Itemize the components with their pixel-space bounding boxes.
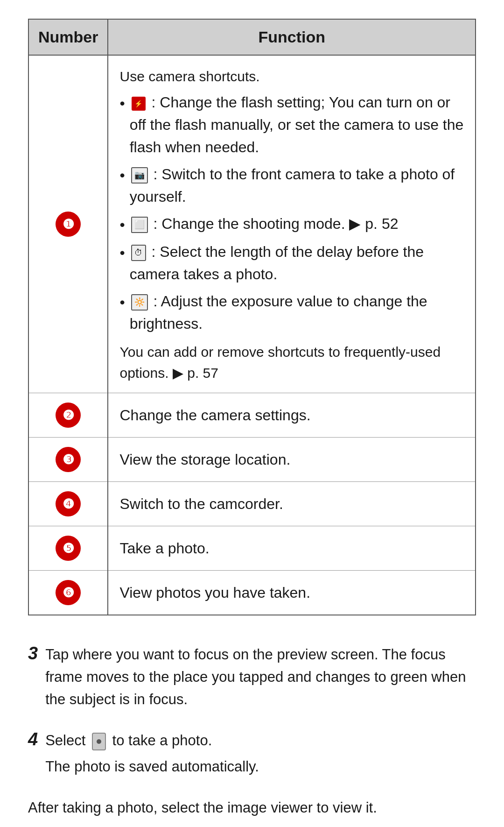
row3-number: ❸ — [28, 438, 108, 482]
row6-function: View photos you have taken. — [108, 571, 476, 615]
bullet-front-camera-text: : Switch to the front camera to take a p… — [130, 166, 455, 205]
bullet-timer-content: ⏱ : Select the length of the delay befor… — [130, 240, 464, 285]
row1-bullet-list: • ⚡ : Change the flash setting; You can … — [119, 91, 464, 335]
step-4-number: 4 — [28, 729, 38, 749]
row3-function: View the storage location. — [108, 438, 476, 482]
step-4-line1: Select to take a photo. — [45, 729, 476, 752]
exposure-icon: 🔆 — [131, 294, 148, 311]
bullet-shooting-mode: • ⬜ : Change the shooting mode. ▶ p. 52 — [119, 212, 464, 236]
step-4-line2: The photo is saved automatically. — [45, 756, 476, 778]
row1-number: ❶ — [28, 55, 108, 393]
row3-function-text: View the storage location. — [119, 451, 290, 468]
bullet-dot: • — [119, 241, 125, 264]
table-row: ❷ Change the camera settings. — [28, 393, 476, 438]
bullet-shooting-mode-content: ⬜ : Change the shooting mode. ▶ p. 52 — [130, 212, 399, 235]
row5-number: ❺ — [28, 526, 108, 571]
table-row: ❺ Take a photo. — [28, 526, 476, 571]
badge-1: ❶ — [56, 212, 81, 237]
bullet-exposure-content: 🔆 : Adjust the exposure value to change … — [130, 290, 464, 335]
row2-function-text: Change the camera settings. — [119, 407, 310, 424]
table-header-row: Number Function — [28, 19, 476, 55]
after-section: After taking a photo, select the image v… — [28, 797, 476, 827]
bullet-flash-text: : Change the flash setting; You can turn… — [130, 94, 464, 156]
flash-icon: ⚡ — [132, 97, 146, 111]
col-header-function: Function — [108, 19, 476, 55]
row1-function: Use camera shortcuts. • ⚡ : Change the f… — [108, 55, 476, 393]
row2-number: ❷ — [28, 393, 108, 438]
step-3-block: 3 Tap where you want to focus on the pre… — [28, 643, 476, 711]
step-3-number: 3 — [28, 643, 38, 664]
select-camera-icon — [92, 733, 106, 750]
front-camera-icon: 📷 — [131, 167, 148, 184]
icon-dot — [97, 739, 101, 744]
table-row: ❻ View photos you have taken. — [28, 571, 476, 615]
bullet-dot: • — [119, 164, 125, 186]
shortcut-note: You can add or remove shortcuts to frequ… — [119, 341, 464, 383]
row5-function-text: Take a photo. — [119, 540, 209, 557]
col-header-number: Number — [28, 19, 108, 55]
bullet-front-camera: • 📷 : Switch to the front camera to take… — [119, 163, 464, 208]
step-4-content: Select to take a photo. The photo is sav… — [45, 729, 476, 778]
row4-number: ❹ — [28, 482, 108, 526]
shooting-mode-icon: ⬜ — [131, 217, 148, 233]
bullet-front-camera-content: 📷 : Switch to the front camera to take a… — [130, 163, 464, 208]
bullet-dot: • — [119, 291, 125, 313]
after-intro: After taking a photo, select the image v… — [28, 797, 476, 819]
step-3-text: Tap where you want to focus on the previ… — [45, 643, 476, 711]
step-4-block: 4 Select to take a photo. The photo is s… — [28, 729, 476, 778]
bullet-timer: • ⏱ : Select the length of the delay bef… — [119, 240, 464, 285]
bullet-timer-text: : Select the length of the delay before … — [130, 243, 424, 283]
bullet-exposure-text: : Adjust the exposure value to change th… — [130, 293, 427, 332]
row4-function-text: Switch to the camcorder. — [119, 495, 283, 512]
bullet-flash: • ⚡ : Change the flash setting; You can … — [119, 91, 464, 158]
bullet-dot: • — [119, 92, 125, 114]
badge-3: ❸ — [56, 447, 81, 472]
bullet-dot: • — [119, 213, 125, 236]
table-row: ❸ View the storage location. — [28, 438, 476, 482]
camera-reference-table: Number Function ❶ Use camera shortcuts. … — [28, 19, 476, 615]
timer-icon: ⏱ — [131, 245, 146, 261]
row2-function: Change the camera settings. — [108, 393, 476, 438]
row4-function: Switch to the camcorder. — [108, 482, 476, 526]
row6-number: ❻ — [28, 571, 108, 615]
step-4-suffix: to take a photo. — [112, 732, 212, 749]
table-row: ❹ Switch to the camcorder. — [28, 482, 476, 526]
bullet-shooting-mode-text: : Change the shooting mode. ▶ p. 52 — [154, 215, 399, 232]
step-4-select-label: Select — [45, 732, 85, 749]
bullet-flash-icon: ⚡ : Change the flash setting; You can tu… — [130, 91, 464, 158]
badge-6: ❻ — [56, 580, 81, 605]
row6-function-text: View photos you have taken. — [119, 584, 310, 601]
badge-4: ❹ — [56, 491, 81, 516]
table-row: ❶ Use camera shortcuts. • ⚡ : Change the… — [28, 55, 476, 393]
badge-2: ❷ — [56, 403, 81, 428]
step-3-content: Tap where you want to focus on the previ… — [45, 643, 476, 711]
bullet-exposure: • 🔆 : Adjust the exposure value to chang… — [119, 290, 464, 335]
badge-5: ❺ — [56, 536, 81, 561]
row5-function: Take a photo. — [108, 526, 476, 571]
row1-intro: Use camera shortcuts. — [119, 69, 259, 84]
